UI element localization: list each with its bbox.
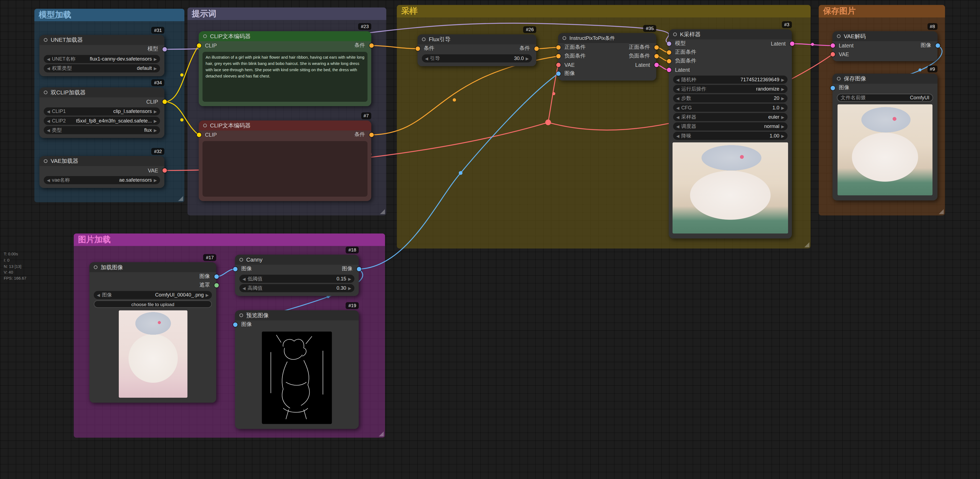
conditioning-output-slot[interactable] (534, 47, 538, 51)
collapse-toggle-icon[interactable] (563, 36, 566, 40)
collapse-toggle-icon[interactable] (203, 124, 207, 127)
stepper-right-icon[interactable]: ▶ (348, 285, 351, 290)
widget-scheduler[interactable]: ◀ 调度器 normal ▶ (673, 122, 788, 131)
conditioning-output-slot[interactable] (369, 133, 374, 137)
widget-vae-name[interactable]: ◀ vae名称 ae.safetensors ▶ (44, 176, 160, 184)
stepper-left-icon[interactable]: ◀ (47, 118, 50, 123)
collapse-toggle-icon[interactable] (44, 90, 48, 94)
collapse-toggle-icon[interactable] (422, 37, 426, 41)
widget-sampler-name[interactable]: ◀ 采样器 euler ▶ (673, 113, 788, 121)
widget-filename-prefix[interactable]: 文件名前缀 ComfyUI (837, 94, 933, 102)
stepper-left-icon[interactable]: ◀ (47, 128, 50, 133)
node-instruct-pix2pix-conditioning[interactable]: #35 InstructPixToPix条件 正面条件 正面条件 负面条件 负面… (558, 33, 656, 81)
stepper-right-icon[interactable]: ▶ (781, 133, 784, 138)
stepper-left-icon[interactable]: ◀ (47, 178, 50, 182)
stepper-left-icon[interactable]: ◀ (676, 77, 679, 82)
stepper-left-icon[interactable]: ◀ (425, 56, 428, 61)
image-output-slot[interactable] (356, 267, 361, 271)
node-header[interactable]: 保存图像 (832, 74, 938, 84)
image-output-slot[interactable] (214, 274, 218, 279)
stepper-right-icon[interactable]: ▶ (781, 124, 784, 129)
stepper-left-icon[interactable]: ◀ (676, 86, 679, 91)
latent-output-slot[interactable] (790, 41, 794, 46)
clip-input-slot[interactable] (197, 43, 201, 48)
stepper-right-icon[interactable]: ▶ (154, 66, 157, 71)
node-header[interactable]: CLIP文本编码器 (199, 121, 371, 131)
latent-input-slot[interactable] (830, 43, 835, 48)
vae-input-slot[interactable] (830, 52, 835, 57)
stepper-left-icon[interactable]: ◀ (242, 276, 245, 281)
negative-conditioning-input-slot[interactable] (556, 54, 560, 59)
stepper-right-icon[interactable]: ▶ (154, 128, 157, 133)
stepper-left-icon[interactable]: ◀ (676, 114, 679, 119)
node-save-image[interactable]: #9 保存图像 图像 文件名前缀 ComfyUI (832, 74, 938, 200)
node-header[interactable]: Flux引导 (417, 34, 536, 44)
image-output-slot[interactable] (935, 43, 940, 48)
conditioning-output-slot[interactable] (369, 43, 374, 48)
collapse-toggle-icon[interactable] (239, 258, 243, 262)
collapse-toggle-icon[interactable] (837, 34, 841, 38)
node-header[interactable]: K采样器 (669, 29, 792, 40)
collapse-toggle-icon[interactable] (44, 38, 48, 42)
positive-conditioning-input-slot[interactable] (667, 50, 671, 55)
group-title[interactable]: 提示词 (188, 7, 387, 20)
stepper-left-icon[interactable]: ◀ (47, 57, 50, 61)
stepper-left-icon[interactable]: ◀ (676, 124, 679, 129)
collapse-toggle-icon[interactable] (673, 32, 677, 36)
widget-denoise[interactable]: ◀ 降噪 1.00 ▶ (673, 132, 788, 140)
node-vae-loader[interactable]: #32 VAE加载器 VAE ◀ vae名称 ae.safetensors ▶ (39, 156, 164, 188)
stepper-right-icon[interactable]: ▶ (154, 57, 157, 61)
node-header[interactable]: Canny (235, 255, 359, 265)
stepper-right-icon[interactable]: ▶ (526, 56, 529, 61)
stepper-left-icon[interactable]: ◀ (97, 292, 100, 297)
node-header[interactable]: VAE加载器 (39, 156, 164, 166)
mask-output-slot[interactable] (214, 283, 218, 287)
widget-cfg[interactable]: ◀ CFG 1.0 ▶ (673, 104, 788, 112)
stepper-right-icon[interactable]: ▶ (348, 276, 351, 281)
collapse-toggle-icon[interactable] (239, 313, 243, 317)
stepper-right-icon[interactable]: ▶ (781, 77, 784, 82)
model-output-slot[interactable] (162, 47, 167, 52)
stepper-right-icon[interactable]: ▶ (781, 96, 784, 101)
positive-conditioning-output-slot[interactable] (654, 45, 658, 50)
node-header[interactable]: 预览图像 (235, 311, 359, 320)
widget-high-threshold[interactable]: ◀ 高阈值 0.30 ▶ (239, 284, 355, 292)
widget-clip-type[interactable]: ◀ 类型 flux ▶ (44, 126, 160, 134)
node-header[interactable]: UNET加载器 (39, 35, 164, 45)
widget-clip1[interactable]: ◀ CLIP1 clip_l.safetensors ▶ (44, 108, 160, 116)
widget-unet-name[interactable]: ◀ UNET名称 flux1-canny-dev.safetensors ▶ (44, 55, 160, 63)
node-header[interactable]: 双CLIP加载器 (39, 87, 164, 97)
node-clip-text-encode-negative[interactable]: #7 CLIP文本编码器 CLIP 条件 (199, 121, 371, 201)
clip-input-slot[interactable] (197, 133, 201, 137)
stepper-right-icon[interactable]: ▶ (205, 292, 208, 297)
latent-output-slot[interactable] (654, 63, 658, 67)
stepper-right-icon[interactable]: ▶ (154, 178, 157, 182)
prompt-textarea[interactable]: An illustration of a girl with pink hair… (203, 52, 368, 102)
stepper-left-icon[interactable]: ◀ (242, 285, 245, 290)
widget-control-after-generate[interactable]: ◀ 运行后操作 randomize ▶ (673, 85, 788, 93)
image-input-slot[interactable] (233, 322, 237, 327)
image-input-slot[interactable] (233, 267, 237, 271)
stepper-right-icon[interactable]: ▶ (154, 118, 157, 123)
node-ksampler[interactable]: #3 K采样器 模型 Latent 正面条件 负面条件 Latent ◀ 随机种… (669, 29, 792, 239)
group-title[interactable]: 图片加载 (74, 233, 385, 246)
choose-file-button[interactable]: choose file to upload (94, 300, 212, 308)
clip-output-slot[interactable] (162, 100, 167, 104)
node-unet-loader[interactable]: #31 UNET加载器 模型 ◀ UNET名称 flux1-canny-dev.… (39, 35, 164, 76)
node-header[interactable]: CLIP文本编码器 (199, 31, 371, 41)
group-title[interactable]: 采样 (397, 5, 810, 17)
widget-image-file[interactable]: ◀ 图像 ComfyUI_00040_.png ▶ (94, 291, 212, 299)
group-title[interactable]: 模型加载 (34, 9, 184, 21)
stepper-left-icon[interactable]: ◀ (47, 109, 50, 114)
node-header[interactable]: 加载图像 (89, 262, 216, 272)
stepper-right-icon[interactable]: ▶ (781, 105, 784, 110)
widget-guidance[interactable]: ◀ 引导 30.0 ▶ (422, 54, 532, 62)
prompt-textarea[interactable] (203, 141, 368, 197)
stepper-right-icon[interactable]: ▶ (154, 109, 157, 114)
node-header[interactable]: VAE解码 (832, 31, 938, 41)
collapse-toggle-icon[interactable] (837, 77, 841, 81)
vae-input-slot[interactable] (556, 63, 560, 67)
widget-seed[interactable]: ◀ 随机种 71745212369649 ▶ (673, 76, 788, 84)
negative-conditioning-output-slot[interactable] (654, 54, 658, 59)
node-load-image[interactable]: #17 加载图像 图像 遮罩 ◀ 图像 ComfyUI_00040_.png ▶… (89, 262, 216, 403)
